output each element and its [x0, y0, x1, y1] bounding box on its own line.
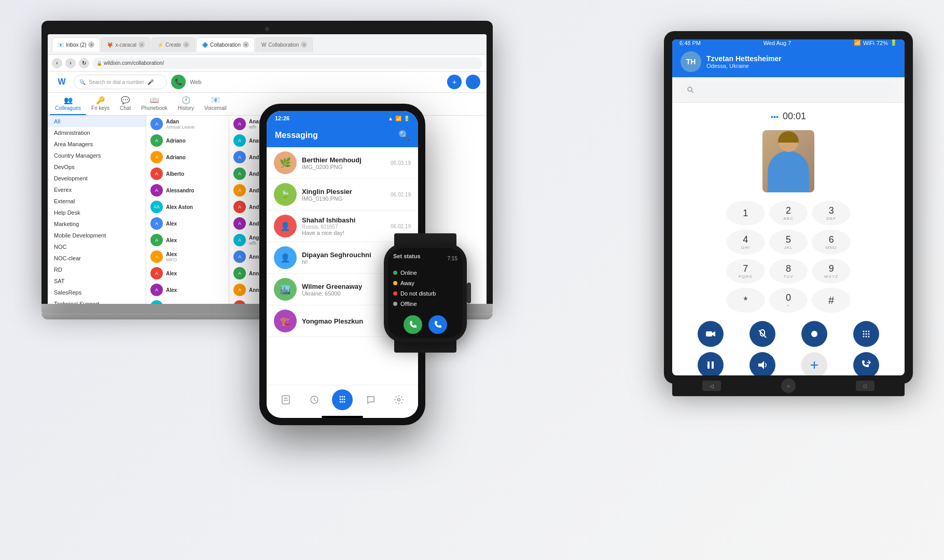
tab-close-create[interactable]: ×	[183, 41, 189, 48]
contact-alex-4[interactable]: A Alex	[146, 282, 229, 298]
dial-key-5[interactable]: 5JKL	[769, 230, 808, 255]
watch-status-offline[interactable]: Offline	[393, 299, 457, 309]
contact-alex-aston[interactable]: AA Alex Aston	[146, 199, 229, 215]
dial-key-3[interactable]: 3DEF	[812, 201, 851, 226]
back-button[interactable]: ‹	[52, 58, 62, 68]
tablet-recents-button[interactable]: □	[856, 381, 874, 391]
call-button[interactable]: 📞	[171, 75, 186, 89]
dial-key-hash[interactable]: #	[812, 288, 851, 313]
sidebar-item-rd[interactable]: RD	[48, 264, 146, 275]
record-button[interactable]	[801, 321, 827, 347]
sidebar-item-all[interactable]: All	[48, 116, 146, 127]
dial-key-0[interactable]: 0+	[769, 288, 808, 313]
phone-nav-chat[interactable]	[360, 389, 381, 410]
phone-nav-settings[interactable]	[388, 389, 409, 410]
laptop-camera	[265, 27, 269, 31]
contact-alberto[interactable]: A Alberto	[146, 165, 229, 182]
phone-nav-dialpad[interactable]	[332, 389, 353, 410]
contact-adan[interactable]: A AdanAnnual Leave	[146, 116, 229, 132]
keypad-button[interactable]	[853, 321, 879, 347]
avatar-alex-wfo: A	[150, 250, 163, 263]
nav-item-voicemail[interactable]: 📧 Voicemail	[199, 93, 232, 115]
sidebar-item-development[interactable]: Development	[48, 173, 146, 184]
svg-point-22	[863, 333, 865, 335]
watch-label-away: Away	[400, 280, 414, 286]
dot-away	[393, 281, 397, 285]
contact-adriano-1[interactable]: A Adriano	[146, 132, 229, 149]
sidebar-item-noc-clear[interactable]: NOC-clear	[48, 253, 146, 264]
transfer-button[interactable]	[853, 352, 879, 375]
sidebar-item-everex[interactable]: Everex	[48, 184, 146, 195]
browser-tab-collab1[interactable]: 🔷 Collaboration ×	[196, 37, 255, 52]
contact-alex-wfo[interactable]: A AlexWFO	[146, 248, 229, 265]
tab-close-collab2[interactable]: ×	[301, 41, 307, 48]
browser-tab-create[interactable]: ⚡ Create ×	[151, 37, 195, 52]
dial-key-star[interactable]: *	[726, 288, 765, 313]
sidebar-item-administration[interactable]: Administration	[48, 127, 146, 138]
msg-preview-dipayan: hi!	[302, 259, 385, 265]
svg-rect-28	[707, 361, 710, 369]
watch-status-away[interactable]: Away	[393, 278, 457, 288]
sidebar-item-noc[interactable]: NOC	[48, 241, 146, 253]
tablet-back-button[interactable]: ◁	[702, 381, 721, 391]
nav-item-colleagues[interactable]: 👥 Colleagues	[50, 93, 86, 115]
browser-tab-collab2[interactable]: W Collaboration ×	[256, 37, 313, 52]
search-bar[interactable]: 🔍 Search or dial a number 🎤	[74, 75, 167, 89]
tablet-home-button[interactable]: ○	[781, 379, 796, 393]
video-button[interactable]	[698, 321, 724, 347]
sidebar-item-mobile-dev[interactable]: Mobile Development	[48, 230, 146, 241]
sidebar-item-sat[interactable]: SAT	[48, 275, 146, 287]
tablet-search[interactable]	[681, 81, 896, 98]
sidebar-item-helpdesk[interactable]: Help Desk	[48, 207, 146, 218]
nav-item-phonebook[interactable]: 📖 Phonebook	[136, 93, 173, 115]
phone-nav-notes[interactable]	[275, 389, 296, 410]
watch-phone-button[interactable]	[428, 315, 447, 334]
sidebar-item-external[interactable]: External	[48, 195, 146, 207]
dial-key-4[interactable]: 4GHI	[726, 230, 765, 255]
contact-alex-2[interactable]: A Alex	[146, 232, 229, 248]
browser-nav: ‹ › ↻ 🔒 wildixin.com/collaboration/	[48, 55, 487, 72]
nav-item-frikeys[interactable]: 🔑 Fri keys	[86, 93, 115, 115]
mute-button[interactable]	[749, 321, 775, 347]
sidebar-item-devops[interactable]: DevOps	[48, 161, 146, 173]
nav-item-chat[interactable]: 💬 Chat	[115, 93, 136, 115]
dial-key-7[interactable]: 7PQRS	[726, 259, 765, 284]
dial-key-6[interactable]: 6MNO	[812, 230, 851, 255]
sidebar-item-salesreps[interactable]: SalesReps	[48, 287, 146, 298]
tab-close-caracal[interactable]: ×	[138, 41, 145, 48]
speaker-button[interactable]	[749, 352, 775, 375]
tab-close-collab1[interactable]: ×	[243, 41, 249, 48]
msg-item-xinglin[interactable]: 🍃 Xinglin Plessier IMG_0190.PNG 06.02.19	[267, 179, 418, 211]
dial-key-2[interactable]: 2ABC	[769, 201, 808, 226]
refresh-button[interactable]: ↻	[79, 58, 89, 68]
tab-close-inbox[interactable]: ×	[88, 41, 94, 48]
sidebar-item-marketing[interactable]: Marketing	[48, 218, 146, 230]
watch-status-dnd[interactable]: Do not disturb	[393, 288, 457, 299]
add-call-button[interactable]	[801, 352, 827, 375]
sidebar-item-area-managers[interactable]: Area Managers	[48, 138, 146, 150]
user-avatar-button[interactable]: 👤	[466, 75, 480, 89]
sidebar-item-tech-support[interactable]: Technical Support	[48, 298, 146, 304]
contact-adriano-2[interactable]: A Adriano	[146, 149, 229, 165]
watch-status-online[interactable]: Online	[393, 268, 457, 278]
forward-button[interactable]: ›	[65, 58, 76, 68]
phone-search-icon[interactable]: 🔍	[398, 130, 410, 141]
nav-item-history[interactable]: 🕐 History	[173, 93, 199, 115]
dial-key-8[interactable]: 8TUV	[769, 259, 808, 284]
contact-alex-1[interactable]: A Alex	[146, 215, 229, 232]
dial-key-9[interactable]: 9WXYZ	[812, 259, 851, 284]
watch-call-button[interactable]	[404, 315, 422, 334]
hold-button[interactable]	[698, 352, 724, 375]
plus-button[interactable]: +	[447, 75, 462, 89]
phone-nav-history[interactable]	[304, 389, 325, 410]
dial-key-1[interactable]: 1	[726, 201, 765, 226]
contact-alex-3[interactable]: A Alex	[146, 265, 229, 282]
browser-tab-caracal[interactable]: 🦊 x-caracal ×	[101, 37, 150, 52]
sidebar-item-country-managers[interactable]: Country Managers	[48, 150, 146, 161]
msg-item-berthier[interactable]: 🌿 Berthier Menhoudj IMG_0200.PNG 06.03.1…	[267, 147, 418, 179]
contact-alex-5[interactable]: A Alex	[146, 298, 229, 304]
mic-icon: 🎤	[147, 79, 154, 85]
contact-alessandro[interactable]: A Alessandro	[146, 182, 229, 199]
browser-tab-inbox[interactable]: 📧 Inbox (2) ×	[52, 37, 100, 52]
url-bar[interactable]: 🔒 wildixin.com/collaboration/	[92, 58, 482, 69]
